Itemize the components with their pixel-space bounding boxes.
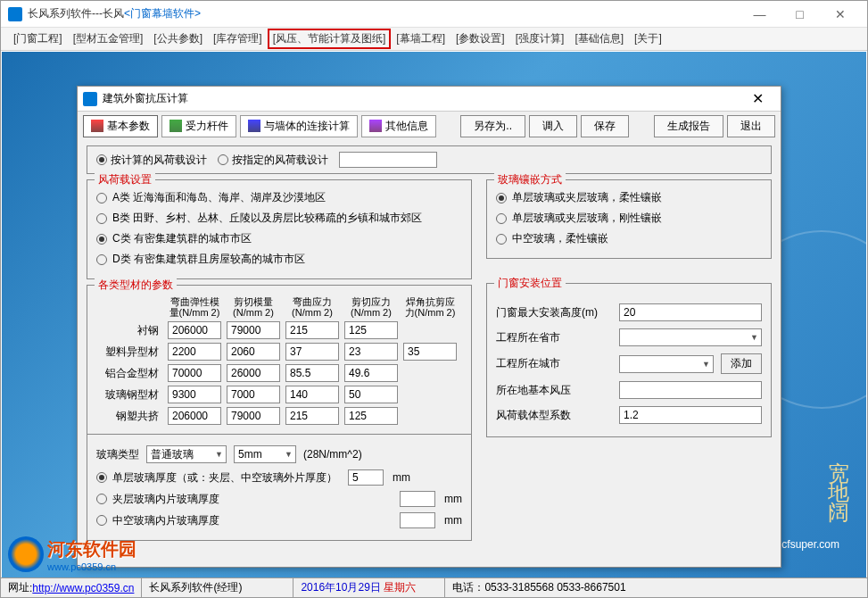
save-as-button[interactable]: 另存为.. <box>460 115 525 137</box>
wind-load-fieldset: 风荷载设置 A类 近海海面和海岛、海岸、湖岸及沙漠地区 B类 田野、乡村、丛林、… <box>87 179 472 279</box>
param-input[interactable] <box>168 364 221 382</box>
calc-dialog: 建筑外窗抗压计算 ✕ 基本参数 受力杆件 与墙体的连接计算 其他信息 另存为..… <box>77 86 781 568</box>
decorative-text: 宽 地 阔 <box>824 444 853 491</box>
tab-basic-params[interactable]: 基本参数 <box>83 115 158 137</box>
param-input[interactable] <box>344 321 398 339</box>
tab-force-bars[interactable]: 受力杆件 <box>161 115 236 137</box>
watermark-logo-icon <box>8 536 44 572</box>
menu-window[interactable]: [门窗工程] <box>8 29 68 49</box>
param-input[interactable] <box>227 364 280 382</box>
menu-curtain-wall[interactable]: [幕墙工程] <box>391 29 451 49</box>
param-input[interactable] <box>227 321 280 339</box>
app-icon <box>8 7 22 21</box>
menu-material[interactable]: [型材五金管理] <box>68 29 149 49</box>
window-title: 长风系列软件---长风<门窗幕墙软件> <box>28 6 740 21</box>
param-input[interactable] <box>227 343 280 361</box>
thickness-input-3[interactable] <box>400 512 435 528</box>
radio-thickness-laminate[interactable]: 夹层玻璃内片玻璃厚度mm <box>96 488 462 510</box>
radio-thickness-hollow[interactable]: 中空玻璃内片玻璃厚度mm <box>96 510 462 531</box>
glass-embed-fieldset: 玻璃镶嵌方式 单层玻璃或夹层玻璃，柔性镶嵌 单层玻璃或夹层玻璃，刚性镶嵌 中空玻… <box>486 179 772 259</box>
param-input[interactable] <box>227 386 280 403</box>
param-input[interactable] <box>344 386 398 403</box>
close-button[interactable]: ✕ <box>820 2 860 27</box>
spec-wind-input[interactable] <box>339 152 437 168</box>
glass-type-label: 玻璃类型 <box>96 447 139 462</box>
main-menubar: [门窗工程] [型材五金管理] [公共参数] [库存管理] [风压、节能计算及图… <box>1 28 867 51</box>
dialog-title: 建筑外窗抗压计算 <box>103 91 740 106</box>
status-phone: 电话：0533-3185568 0533-8667501 <box>445 578 867 597</box>
radio-embed-2[interactable]: 单层玻璃或夹层玻璃，刚性镶嵌 <box>496 208 762 228</box>
radio-wind-b[interactable]: B类 田野、乡村、丛林、丘陵以及房层比较稀疏的乡镇和城市郊区 <box>96 208 462 228</box>
maximize-button[interactable]: □ <box>780 2 820 27</box>
load-button[interactable]: 调入 <box>529 115 577 137</box>
max-height-input[interactable] <box>619 303 762 321</box>
minimize-button[interactable]: — <box>740 2 780 27</box>
param-input[interactable] <box>344 343 398 361</box>
radio-embed-3[interactable]: 中空玻璃，柔性镶嵌 <box>496 228 762 249</box>
thickness-input-1[interactable] <box>348 469 384 486</box>
base-wind-input[interactable] <box>619 381 762 399</box>
param-input[interactable] <box>168 407 221 425</box>
radio-calc-wind[interactable]: 按计算的风荷载设计 <box>96 153 207 168</box>
radio-wind-c[interactable]: C类 有密集建筑群的城市市区 <box>96 228 462 249</box>
exit-button[interactable]: 退出 <box>727 115 775 137</box>
save-button[interactable]: 保存 <box>581 115 629 137</box>
col-shear-stress: 剪切应力(N/mm 2) <box>344 296 398 318</box>
dialog-close-button[interactable]: ✕ <box>740 87 775 111</box>
dialog-icon <box>83 92 97 106</box>
menu-about[interactable]: [关于] <box>629 29 667 49</box>
status-date: 2016年10月29日 星期六 <box>293 578 445 597</box>
menu-settings[interactable]: [参数设置] <box>451 29 510 49</box>
glass-thickness-select[interactable]: 5mm <box>234 445 296 463</box>
param-input[interactable] <box>168 386 221 403</box>
report-button[interactable]: 生成报告 <box>654 115 723 137</box>
param-input[interactable] <box>344 407 398 425</box>
param-input[interactable] <box>285 364 339 382</box>
radio-wind-d[interactable]: D类 有密集建筑群且房屋较高的城市市区 <box>96 249 462 270</box>
param-input[interactable] <box>285 407 339 425</box>
param-input[interactable] <box>227 407 280 425</box>
province-select[interactable] <box>619 328 762 346</box>
status-app: 长风系列软件(经理) <box>142 578 293 597</box>
param-input[interactable] <box>285 386 339 403</box>
tab-wall-calc[interactable]: 与墙体的连接计算 <box>240 115 358 137</box>
watermark: 河东软件园 www.pc0359.cn <box>8 536 136 572</box>
statusbar: 网址:http://www.pc0359.cn 长风系列软件(经理) 2016年… <box>1 577 867 597</box>
status-link[interactable]: http://www.pc0359.cn <box>32 582 134 594</box>
main-titlebar: 长风系列软件---长风<门窗幕墙软件> — □ ✕ <box>1 1 867 28</box>
param-input[interactable] <box>403 343 457 361</box>
add-city-button[interactable]: 添加 <box>721 353 762 374</box>
radio-embed-1[interactable]: 单层玻璃或夹层玻璃，柔性镶嵌 <box>496 187 762 208</box>
radio-thickness-single[interactable]: 单层玻璃厚度（或：夹层、中空玻璃外片厚度）mm <box>96 467 462 488</box>
col-weld-stress: 焊角抗剪应力(N/mm 2) <box>403 296 457 318</box>
menu-inventory[interactable]: [库存管理] <box>208 29 268 49</box>
radio-spec-wind[interactable]: 按指定的风荷载设计 <box>218 153 328 168</box>
radio-wind-a[interactable]: A类 近海海面和海岛、海岸、湖岸及沙漠地区 <box>96 187 462 208</box>
param-input[interactable] <box>285 321 339 339</box>
param-input[interactable] <box>168 321 221 339</box>
col-shear-modulus: 剪切模量(N/mm 2) <box>227 296 280 318</box>
glass-type-select[interactable]: 普通玻璃 <box>146 445 227 463</box>
menu-basic-info[interactable]: [基础信息] <box>569 29 629 49</box>
coef-input[interactable] <box>619 406 762 424</box>
glass-spec: (28N/mm^2) <box>303 448 362 461</box>
col-bend-modulus: 弯曲弹性模量(N/mm 2) <box>168 296 221 318</box>
menu-wind-energy[interactable]: [风压、节能计算及图纸] <box>268 29 392 49</box>
menu-public-params[interactable]: [公共参数] <box>148 29 208 49</box>
install-fieldset: 门窗安装位置 门窗最大安装高度(m) 工程所在省市 工程所在城市添加 所在地基本… <box>486 283 772 437</box>
menu-strength[interactable]: [强度计算] <box>510 29 570 49</box>
param-input[interactable] <box>285 343 339 361</box>
param-input[interactable] <box>168 343 221 361</box>
col-bend-stress: 弯曲应力(N/mm 2) <box>285 296 339 318</box>
material-params-fieldset: 各类型材的参数 弯曲弹性模量(N/mm 2) 剪切模量(N/mm 2) 弯曲应力… <box>87 285 472 435</box>
city-select[interactable] <box>619 355 714 373</box>
tab-other-info[interactable]: 其他信息 <box>361 115 436 137</box>
param-input[interactable] <box>344 364 398 382</box>
thickness-input-2[interactable] <box>400 491 435 507</box>
